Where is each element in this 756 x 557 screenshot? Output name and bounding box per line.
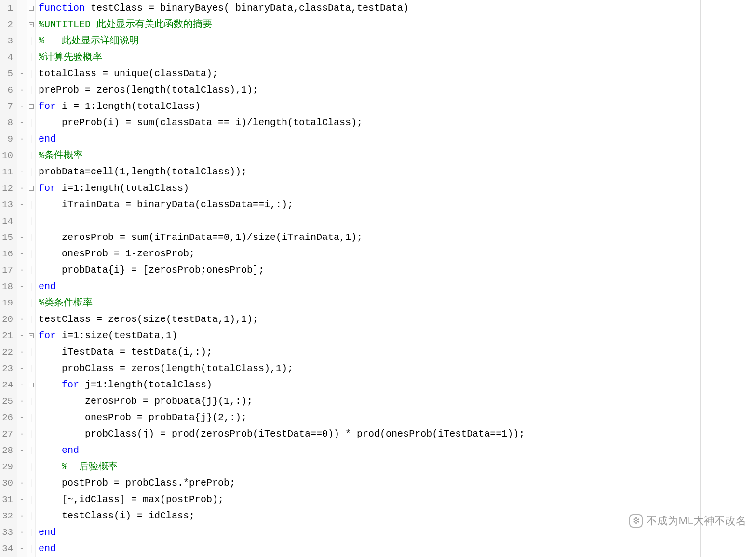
breakpoint-marker[interactable] [17,33,27,49]
breakpoint-marker[interactable]: - [17,164,27,180]
line-number: 18 [0,278,13,295]
code-line[interactable]: postProb = probClass.*preProb; [39,475,756,491]
breakpoint-marker[interactable]: - [17,278,27,295]
code-line[interactable]: for i=1:size(testData,1) [39,328,756,344]
breakpoint-marker[interactable]: - [17,115,27,131]
code-line[interactable]: totalClass = unique(classData); [39,66,756,82]
breakpoint-marker[interactable]: - [17,66,27,82]
code-line[interactable]: end [39,278,756,295]
breakpoint-marker[interactable] [17,49,27,66]
fold-line: │ [27,344,35,360]
breakpoint-marker[interactable]: - [17,508,27,524]
code-editor[interactable]: 1234567891011121314151617181920212223242… [0,0,756,557]
code-line[interactable]: iTestData = testData(i,:); [39,344,756,360]
code-line[interactable]: % 后验概率 [39,459,756,475]
code-line[interactable]: iTrainData = binaryData(classData==i,:); [39,197,756,213]
breakpoint-marker[interactable] [17,295,27,311]
fold-toggle-icon[interactable]: − [27,16,35,33]
code-line[interactable]: end [39,131,756,147]
breakpoint-marker[interactable]: - [17,410,27,426]
code-line[interactable]: function testClass = binaryBayes( binary… [39,0,756,16]
breakpoint-marker[interactable]: - [17,197,27,213]
breakpoint-marker[interactable]: - [17,360,27,377]
breakpoint-marker[interactable] [17,147,27,164]
breakpoint-marker[interactable] [17,213,27,229]
code-line[interactable]: % 此处显示详细说明 [39,33,756,49]
breakpoint-marker[interactable]: - [17,426,27,442]
fold-line: │ [27,246,35,262]
code-line[interactable]: onesProb = 1-zerosProb; [39,246,756,262]
breakpoint-marker[interactable]: - [17,328,27,344]
fold-column[interactable]: −−││││−││││−││││││││−││−││││││││││ [27,0,36,557]
code-line[interactable]: preProb = zeros(length(totalClass),1); [39,82,756,98]
fold-line: │ [27,278,35,295]
breakpoint-marker[interactable]: - [17,311,27,328]
code-line[interactable]: [~,idClass] = max(postProb); [39,491,756,508]
breakpoint-marker[interactable]: - [17,393,27,410]
code-line[interactable]: for j=1:length(totalClass) [39,377,756,393]
code-line[interactable]: probData{i} = [zerosProb;onesProb]; [39,262,756,278]
code-line[interactable]: probClass = zeros(length(totalClass),1); [39,360,756,377]
breakpoint-marker[interactable]: - [17,541,27,557]
fold-toggle-icon[interactable]: − [27,98,35,115]
fold-line: │ [27,442,35,459]
breakpoint-column[interactable]: -------------------------- [17,0,27,557]
code-line[interactable]: preProb(i) = sum(classData == i)/length(… [39,115,756,131]
code-line[interactable] [39,213,756,229]
fold-line: │ [27,66,35,82]
line-number: 20 [0,311,13,328]
breakpoint-marker[interactable]: - [17,491,27,508]
fold-line: │ [27,475,35,491]
line-number: 7 [0,98,13,115]
code-line[interactable]: zerosProb = probData{j}(1,:); [39,393,756,410]
line-number-gutter: 1234567891011121314151617181920212223242… [0,0,17,557]
line-number: 16 [0,246,13,262]
breakpoint-marker[interactable]: - [17,131,27,147]
fold-toggle-icon[interactable]: − [27,180,35,197]
fold-toggle-icon[interactable]: − [27,328,35,344]
fold-line: │ [27,33,35,49]
breakpoint-marker[interactable]: - [17,344,27,360]
code-line[interactable]: %UNTITLED 此处显示有关此函数的摘要 [39,16,756,33]
code-area[interactable]: function testClass = binaryBayes( binary… [36,0,756,557]
watermark-text: 不成为ML大神不改名 [647,514,746,528]
code-line[interactable]: for i=1:length(totalClass) [39,180,756,197]
code-line[interactable]: %类条件概率 [39,295,756,311]
breakpoint-marker[interactable]: - [17,524,27,541]
code-line[interactable]: for i = 1:length(totalClass) [39,98,756,115]
line-number: 32 [0,508,13,524]
code-line[interactable]: zerosProb = sum(iTrainData==0,1)/size(iT… [39,229,756,246]
code-line[interactable]: testClass = zeros(size(testData,1),1); [39,311,756,328]
breakpoint-marker[interactable]: - [17,262,27,278]
fold-line: │ [27,524,35,541]
line-number: 24 [0,377,13,393]
code-line[interactable]: onesProb = probData{j}(2,:); [39,410,756,426]
fold-line: │ [27,410,35,426]
code-line[interactable]: probData=cell(1,length(totalClass)); [39,164,756,180]
code-line[interactable]: %计算先验概率 [39,49,756,66]
code-line[interactable]: end [39,541,756,557]
breakpoint-marker[interactable]: - [17,442,27,459]
line-number: 12 [0,180,13,197]
breakpoint-marker[interactable]: - [17,377,27,393]
breakpoint-marker[interactable]: - [17,180,27,197]
fold-line: │ [27,393,35,410]
fold-toggle-icon[interactable]: − [27,0,35,16]
fold-line: │ [27,491,35,508]
fold-line: │ [27,164,35,180]
fold-toggle-icon[interactable]: − [27,377,35,393]
line-number: 34 [0,541,13,557]
breakpoint-marker[interactable]: - [17,475,27,491]
fold-line: │ [27,115,35,131]
code-line[interactable]: probClass(j) = prod(zerosProb(iTestData=… [39,426,756,442]
breakpoint-marker[interactable] [17,0,27,16]
breakpoint-marker[interactable]: - [17,246,27,262]
breakpoint-marker[interactable]: - [17,98,27,115]
breakpoint-marker[interactable]: - [17,82,27,98]
breakpoint-marker[interactable]: - [17,229,27,246]
code-line[interactable]: end [39,442,756,459]
code-line[interactable]: %条件概率 [39,147,756,164]
breakpoint-marker[interactable] [17,16,27,33]
breakpoint-marker[interactable] [17,459,27,475]
wechat-icon: ✻ [629,514,643,528]
